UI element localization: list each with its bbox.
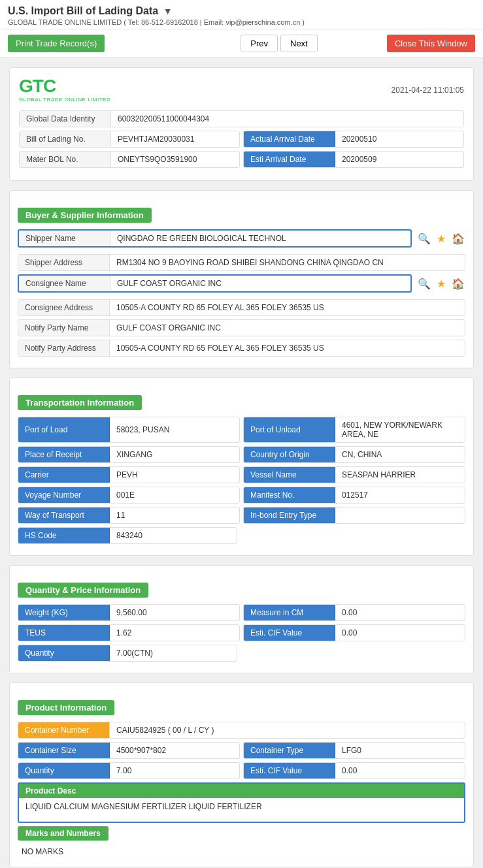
place-country-row: Place of Receipt XINGANG Country of Orig… (18, 446, 465, 466)
shipper-search-icon[interactable]: 🔍 (417, 231, 431, 246)
container-size-type-row: Container Size 4500*907*802 Container Ty… (18, 742, 465, 762)
mater-bol-label: Mater BOL No. (20, 152, 111, 167)
notify-party-address-value: 10505-A COUNTY RD 65 FOLEY AL 365 FOLEY … (110, 340, 465, 356)
country-of-origin-label: Country of Origin (244, 447, 335, 462)
page-title: U.S. Import Bill of Lading Data (8, 5, 158, 16)
vessel-name-label: Vessel Name (244, 467, 335, 483)
weight-kg-row: Weight (KG) 9,560.00 (18, 604, 240, 621)
shipper-star-icon[interactable]: ★ (434, 231, 448, 246)
prev-button[interactable]: Prev (241, 35, 278, 52)
close-window-button[interactable]: Close This Window (387, 35, 475, 52)
consignee-search-icon[interactable]: 🔍 (417, 276, 431, 291)
container-size-value: 4500*907*802 (110, 743, 239, 758)
main-content: GTC GLOBAL TRADE ONLINE LIMITED 2021-04-… (0, 58, 483, 868)
notify-party-name-row: Notify Party Name GULF COAST ORGANIC INC (18, 319, 465, 336)
product-desc-block: Product Desc LIQUID CALCIUM MAGNESIUM FE… (18, 782, 465, 823)
timestamp: 2021-04-22 11:01:05 (391, 86, 464, 95)
bill-of-lading-value: PEVHTJAM20030031 (111, 131, 239, 147)
bill-of-lading-row: Bill of Lading No. PEVHTJAM20030031 (19, 131, 240, 148)
container-type-label: Container Type (244, 743, 335, 758)
measure-cm-value: 0.00 (335, 605, 465, 620)
next-button[interactable]: Next (280, 35, 318, 52)
notify-party-address-row: Notify Party Address 10505-A COUNTY RD 6… (18, 340, 465, 357)
notify-party-name-label: Notify Party Name (18, 320, 110, 336)
nav-group: Prev Next (241, 35, 317, 52)
hs-code-value: 843240 (110, 528, 237, 543)
port-of-unload-value: 4601, NEW YORK/NEWARK AREA, NE (335, 417, 465, 442)
product-title: Product Information (18, 700, 114, 715)
quantity-value: 7.00(CTN) (110, 645, 237, 661)
port-of-unload-label: Port of Unload (244, 417, 335, 442)
global-data-identity-row: Global Data Identity 6003202005110000443… (19, 110, 464, 127)
global-data-identity-value: 600320200511000044304 (111, 111, 216, 127)
consignee-name-row: Consignee Name GULF COAST ORGANIC INC (18, 274, 412, 293)
marks-value: NO MARKS (18, 844, 465, 859)
consignee-name-row-container: Consignee Name GULF COAST ORGANIC INC 🔍 … (18, 274, 465, 293)
subtitle: GLOBAL TRADE ONLINE LIMITED ( Tel: 86-51… (8, 18, 475, 26)
esti-arrival-row: Esti Arrival Date 20200509 (243, 151, 464, 168)
way-of-transport-label: Way of Transport (18, 507, 110, 523)
quantity-price-title: Quantity & Price Information (18, 583, 148, 598)
consignee-name-value: GULF COAST ORGANIC INC (110, 276, 410, 291)
voyage-number-label: Voyage Number (18, 487, 110, 503)
weight-measure-row: Weight (KG) 9,560.00 Measure in CM 0.00 (18, 604, 465, 624)
quantity-price-section: Quantity & Price Information Weight (KG)… (9, 565, 474, 673)
shipper-address-label: Shipper Address (18, 255, 110, 270)
teus-cif-row: TEUS 1.62 Esti. CIF Value 0.00 (18, 624, 465, 645)
in-bond-entry-label: In-bond Entry Type (244, 507, 335, 523)
global-data-identity-label: Global Data Identity (20, 111, 111, 127)
port-of-load-value: 58023, PUSAN (110, 417, 239, 442)
shipper-name-label: Shipper Name (19, 231, 110, 246)
product-header: Product Information (18, 700, 465, 715)
consignee-icons: 🔍 ★ 🏠 (417, 276, 465, 291)
product-quantity-cif-row: Quantity 7.00 Esti. CIF Value 0.00 (18, 762, 465, 782)
product-desc-value: LIQUID CALCIUM MAGNESIUM FERTILIZER LIQU… (19, 798, 464, 822)
title-arrow: ▼ (163, 6, 173, 16)
actual-arrival-row: Actual Arrival Date 20200510 (243, 131, 464, 148)
port-of-unload-row: Port of Unload 4601, NEW YORK/NEWARK ARE… (243, 417, 465, 443)
mater-bol-value: ONEYTS9QO3591900 (111, 152, 239, 167)
shipper-name-row-container: Shipper Name QINGDAO RE GREEN BIOLOGICAL… (18, 229, 465, 248)
manifest-no-value: 012517 (335, 487, 465, 503)
hs-code-row: HS Code 843240 (18, 527, 237, 544)
shipper-home-icon[interactable]: 🏠 (451, 231, 465, 246)
product-quantity-row: Quantity 7.00 (18, 762, 240, 779)
consignee-address-label: Consignee Address (18, 300, 110, 315)
esti-arrival-label: Esti Arrival Date (244, 152, 335, 167)
top-bar: U.S. Import Bill of Lading Data ▼ GLOBAL… (0, 0, 483, 29)
vessel-name-row: Vessel Name SEASPAN HARRIER (243, 466, 465, 483)
notify-party-address-label: Notify Party Address (18, 340, 110, 356)
hs-code-label: HS Code (18, 528, 110, 543)
marks-section: Marks and Numbers NO MARKS (18, 826, 465, 859)
actual-arrival-label: Actual Arrival Date (244, 131, 335, 147)
measure-cm-row: Measure in CM 0.00 (243, 604, 465, 621)
voyage-number-value: 001E (110, 487, 239, 503)
container-size-row: Container Size 4500*907*802 (18, 742, 240, 759)
record-card: GTC GLOBAL TRADE ONLINE LIMITED 2021-04-… (9, 67, 474, 181)
buyer-supplier-title: Buyer & Supplier Information (18, 208, 152, 223)
port-of-load-row: Port of Load 58023, PUSAN (18, 417, 240, 443)
carrier-row: Carrier PEVH (18, 466, 240, 483)
container-size-label: Container Size (18, 743, 110, 758)
voyage-number-row: Voyage Number 001E (18, 487, 240, 504)
place-of-receipt-row: Place of Receipt XINGANG (18, 446, 240, 463)
consignee-star-icon[interactable]: ★ (434, 276, 448, 291)
in-bond-entry-value (335, 507, 465, 523)
shipper-name-row: Shipper Name QINGDAO RE GREEN BIOLOGICAL… (18, 229, 412, 248)
product-desc-label: Product Desc (19, 784, 464, 798)
container-type-row: Container Type LFG0 (243, 742, 465, 759)
carrier-label: Carrier (18, 467, 110, 483)
voyage-manifest-row: Voyage Number 001E Manifest No. 012517 (18, 487, 465, 507)
teus-row: TEUS 1.62 (18, 624, 240, 641)
measure-cm-label: Measure in CM (244, 605, 335, 620)
bill-of-lading-label: Bill of Lading No. (20, 131, 111, 147)
quantity-label: Quantity (18, 645, 110, 661)
buyer-supplier-header: Buyer & Supplier Information (18, 208, 465, 223)
consignee-home-icon[interactable]: 🏠 (451, 276, 465, 291)
weight-kg-value: 9,560.00 (110, 605, 239, 620)
teus-value: 1.62 (110, 625, 239, 641)
place-of-receipt-label: Place of Receipt (18, 447, 110, 462)
print-button[interactable]: Print Trade Record(s) (8, 35, 105, 52)
weight-kg-label: Weight (KG) (18, 605, 110, 620)
transportation-title: Transportation Information (18, 395, 142, 410)
